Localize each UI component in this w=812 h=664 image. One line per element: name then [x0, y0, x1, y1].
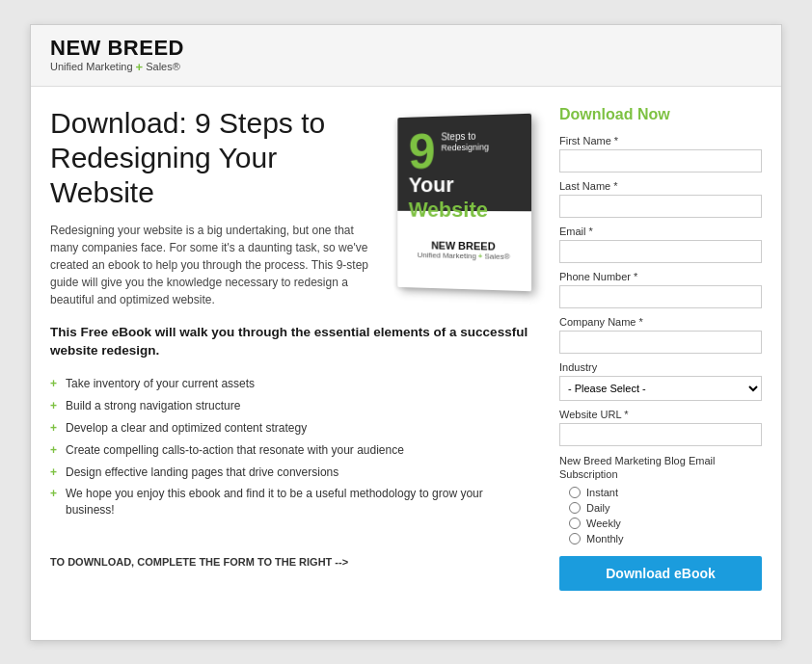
book-illustration: 9 Steps to Redesigning Your Website — [397, 113, 531, 290]
radio-input-weekly[interactable] — [569, 518, 581, 529]
tagline-sales: Sales® — [146, 61, 180, 72]
cta-text: TO DOWNLOAD, COMPLETE THE FORM TO THE RI… — [50, 556, 530, 568]
radio-instant[interactable]: Instant — [559, 487, 762, 498]
industry-select[interactable]: - Please Select - Technology Healthcare … — [559, 376, 762, 401]
industry-label: Industry — [559, 361, 762, 373]
phone-input[interactable] — [559, 285, 762, 308]
radio-label-instant: Instant — [586, 487, 618, 498]
feature-item: Develop a clear and optimized content st… — [50, 417, 530, 439]
tagline-text: This Free eBook will walk you through th… — [50, 324, 530, 360]
features-list: Take inventory of your current assets Bu… — [50, 373, 530, 521]
last-name-input[interactable] — [559, 195, 762, 218]
form-title: Download Now — [559, 106, 762, 123]
first-name-input[interactable] — [559, 149, 762, 173]
download-button[interactable]: Download eBook — [559, 556, 762, 591]
book-website-label: Website — [409, 198, 488, 223]
tagline-plus: + — [136, 60, 144, 74]
header: NEW BREED Unified Marketing + Sales® — [31, 25, 781, 87]
radio-label-daily: Daily — [586, 502, 609, 514]
page-wrapper: NEW BREED Unified Marketing + Sales® 9 — [30, 24, 782, 641]
book-container: 9 Steps to Redesigning Your Website — [395, 116, 530, 289]
subscription-label: New Breed Marketing Blog Email Subscript… — [559, 454, 762, 482]
book-steps-label: Steps to — [441, 130, 489, 143]
brand-tagline: Unified Marketing + Sales® — [50, 60, 762, 74]
feature-item: Create compelling calls-to-action that r… — [50, 439, 530, 462]
tagline-text: Unified Marketing — [50, 61, 133, 72]
brand-name: NEW BREED — [50, 37, 762, 60]
radio-input-monthly[interactable] — [569, 533, 581, 544]
company-label: Company Name * — [559, 316, 762, 328]
radio-label-monthly: Monthly — [586, 533, 624, 544]
main-content: 9 Steps to Redesigning Your Website — [31, 87, 781, 611]
radio-input-instant[interactable] — [569, 487, 581, 498]
industry-group: Industry - Please Select - Technology He… — [559, 361, 762, 401]
website-label: Website URL * — [559, 409, 762, 420]
phone-group: Phone Number * — [559, 271, 762, 308]
email-label: Email * — [559, 226, 762, 237]
left-column: 9 Steps to Redesigning Your Website — [50, 106, 540, 592]
book-redesigning-label: Redesigning — [441, 142, 489, 153]
feature-item: Take inventory of your current assets — [50, 373, 530, 395]
company-group: Company Name * — [559, 316, 762, 354]
book-your-label: Your — [409, 173, 454, 198]
feature-item: We hope you enjoy this ebook and find it… — [50, 483, 530, 521]
feature-item: Build a strong navigation structure — [50, 395, 530, 417]
website-input[interactable] — [559, 423, 762, 446]
feature-item: Design effective landing pages that driv… — [50, 462, 530, 484]
radio-weekly[interactable]: Weekly — [559, 518, 762, 529]
first-name-label: First Name * — [559, 135, 762, 146]
radio-daily[interactable]: Daily — [559, 502, 762, 514]
book-brand: NEW BREED — [431, 239, 496, 252]
email-group: Email * — [559, 226, 762, 263]
radio-label-weekly: Weekly — [586, 518, 621, 529]
radio-group: Instant Daily Weekly Monthly — [559, 487, 762, 544]
book-number: 9 — [409, 125, 436, 175]
radio-monthly[interactable]: Monthly — [559, 533, 762, 544]
email-input[interactable] — [559, 240, 762, 263]
book-brand-tag: Unified Marketing + Sales® — [418, 251, 510, 261]
website-group: Website URL * — [559, 409, 762, 446]
right-column: Download Now First Name * Last Name * Em… — [559, 106, 762, 592]
last-name-group: Last Name * — [559, 180, 762, 218]
book-top: 9 Steps to Redesigning Your Website — [397, 113, 531, 210]
radio-input-daily[interactable] — [569, 502, 581, 514]
company-input[interactable] — [559, 331, 762, 354]
first-name-group: First Name * — [559, 135, 762, 173]
last-name-label: Last Name * — [559, 180, 762, 192]
phone-label: Phone Number * — [559, 271, 762, 282]
